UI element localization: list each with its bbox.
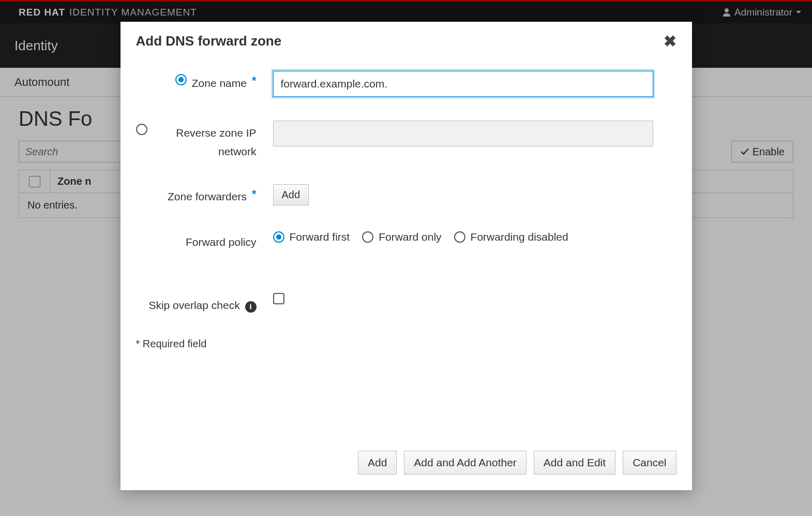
policy-forward-only[interactable]: Forward only — [362, 231, 441, 243]
zone-name-input[interactable] — [273, 71, 653, 97]
skip-overlap-label: Skip overlap check i — [148, 296, 256, 315]
zone-name-label: Zone name — [192, 74, 247, 93]
policy-only-label: Forward only — [379, 231, 441, 243]
required-star: * — [252, 187, 257, 201]
add-dns-forward-zone-modal: Add DNS forward zone ✖ Zone name * — [121, 22, 692, 490]
add-button[interactable]: Add — [358, 451, 397, 475]
policy-forward-first[interactable]: Forward first — [273, 231, 350, 243]
policy-forwarding-disabled[interactable]: Forwarding disabled — [454, 231, 568, 243]
modal-title: Add DNS forward zone — [136, 33, 282, 49]
radio-icon — [454, 231, 465, 243]
zone-forwarders-label: Zone forwarders — [168, 187, 247, 206]
reverse-zone-label: Reverse zone IP network — [153, 124, 257, 160]
add-and-edit-button[interactable]: Add and Edit — [534, 451, 615, 475]
add-and-add-another-button[interactable]: Add and Add Another — [404, 451, 527, 475]
required-field-note: * Required field — [136, 338, 676, 350]
modal-footer: Add Add and Add Another Add and Edit Can… — [121, 440, 692, 490]
required-star: * — [252, 74, 257, 87]
modal-overlay: Add DNS forward zone ✖ Zone name * — [0, 0, 812, 516]
modal-body: Zone name * Reverse zone IP network — [121, 61, 692, 440]
skip-overlap-checkbox[interactable] — [273, 293, 284, 304]
policy-first-label: Forward first — [290, 231, 350, 243]
zone-name-radio[interactable] — [175, 74, 187, 85]
reverse-zone-radio[interactable] — [136, 124, 147, 135]
add-forwarder-button[interactable]: Add — [273, 184, 309, 205]
radio-icon — [362, 231, 373, 243]
policy-disabled-label: Forwarding disabled — [471, 231, 568, 243]
modal-header: Add DNS forward zone ✖ — [121, 22, 692, 61]
close-icon[interactable]: ✖ — [664, 32, 676, 50]
forward-policy-group: Forward first Forward only Forwarding di… — [273, 230, 676, 243]
reverse-zone-input — [273, 121, 653, 146]
forward-policy-label: Forward policy — [186, 233, 257, 252]
info-icon[interactable]: i — [245, 301, 257, 313]
radio-icon — [273, 231, 284, 243]
cancel-button[interactable]: Cancel — [623, 451, 676, 475]
